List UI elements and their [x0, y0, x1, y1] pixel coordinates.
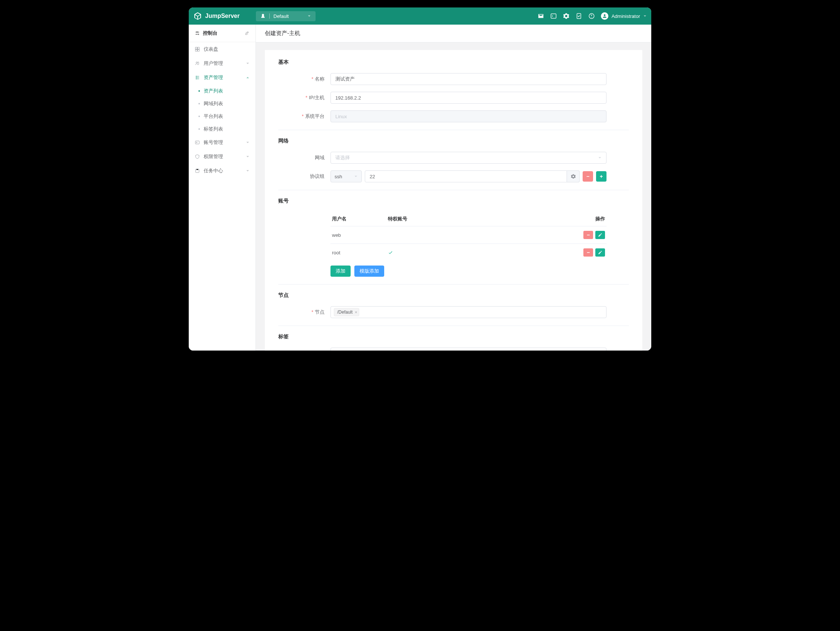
svg-rect-6: [198, 50, 199, 52]
tasks-icon: [195, 168, 200, 174]
protocol-settings-button[interactable]: [567, 170, 579, 182]
ip-input[interactable]: [330, 92, 606, 104]
sidebar: 控制台 仪表盘 用户管理 资产管理 资产列表 网域列表: [189, 25, 256, 350]
accounts-icon: [195, 140, 200, 145]
chevron-down-icon: [246, 155, 249, 158]
shield-icon: [195, 154, 200, 159]
label-protocol: 协议组: [278, 173, 330, 180]
domain-select[interactable]: 请选择: [330, 152, 606, 164]
clipboard-icon[interactable]: [576, 13, 582, 19]
svg-rect-3: [196, 47, 197, 49]
page-title: 创建资产-主机: [256, 25, 651, 43]
label-domain: 网域: [278, 155, 330, 161]
account-row: web −: [330, 226, 606, 243]
users-icon: [195, 61, 200, 66]
port-input[interactable]: [365, 170, 567, 182]
section-account: 账号: [278, 198, 629, 204]
terminal-icon[interactable]: [550, 13, 557, 19]
section-node: 节点: [278, 292, 629, 299]
mail-icon[interactable]: [537, 13, 544, 19]
chevron-down-icon: [246, 140, 249, 144]
topbar: JumpServer Default Administrator: [189, 8, 651, 25]
add-account-button[interactable]: 添加: [330, 265, 351, 277]
sliders-icon: [195, 31, 200, 36]
topbar-actions: Administrator: [537, 12, 647, 20]
svg-rect-0: [551, 14, 556, 18]
name-input[interactable]: [330, 73, 606, 85]
logo-icon: [193, 11, 202, 21]
org-icon: [261, 13, 265, 19]
svg-rect-4: [198, 47, 199, 49]
edit-icon: [598, 233, 602, 237]
chevron-up-icon: [246, 76, 249, 79]
chevron-down-icon: [246, 62, 249, 65]
label-ip: *IP/主机: [278, 95, 330, 101]
node-input[interactable]: /Default ×: [330, 306, 606, 318]
svg-rect-5: [196, 50, 197, 52]
sidebar-sub-asset-list[interactable]: 资产列表: [189, 85, 256, 97]
section-network: 网络: [278, 137, 629, 144]
label-platform: *系统平台: [278, 113, 330, 120]
sidebar-item-tasks[interactable]: 任务中心: [189, 164, 256, 178]
svg-point-8: [196, 142, 197, 143]
label-tagmgmt: 标签管理: [278, 350, 330, 350]
protocol-remove-button[interactable]: −: [583, 171, 593, 181]
chevron-down-icon: [643, 14, 647, 18]
svg-rect-7: [196, 141, 199, 144]
console-header[interactable]: 控制台: [189, 25, 256, 42]
chevron-down-icon: [598, 156, 602, 159]
swap-icon[interactable]: [244, 31, 249, 36]
label-node: *节点: [278, 309, 330, 316]
sidebar-item-dashboard[interactable]: 仪表盘: [189, 42, 256, 56]
tag-remove-icon[interactable]: ×: [355, 310, 357, 314]
tag-select[interactable]: 请选择: [330, 347, 606, 350]
sidebar-item-users[interactable]: 用户管理: [189, 56, 256, 71]
org-label: Default: [273, 13, 289, 19]
account-remove-button[interactable]: −: [583, 231, 593, 239]
sidebar-item-perms[interactable]: 权限管理: [189, 150, 256, 164]
username: Administrator: [611, 13, 640, 19]
brand-text: JumpServer: [205, 13, 240, 19]
user-menu[interactable]: Administrator: [601, 12, 647, 20]
chevron-down-icon: [246, 169, 249, 173]
gear-icon: [571, 174, 576, 179]
settings-icon[interactable]: [563, 13, 570, 19]
edit-icon: [598, 250, 602, 255]
help-icon[interactable]: [588, 13, 595, 19]
logo: JumpServer: [193, 11, 256, 21]
protocol-add-button[interactable]: +: [596, 171, 606, 181]
protocol-select[interactable]: ssh: [330, 170, 362, 182]
account-edit-button[interactable]: [595, 248, 605, 257]
sidebar-sub-domain-list[interactable]: 网域列表: [189, 97, 256, 110]
sidebar-sub-platform-list[interactable]: 平台列表: [189, 110, 256, 123]
org-selector[interactable]: Default: [256, 11, 316, 21]
section-tag: 标签: [278, 333, 629, 340]
check-icon: [388, 250, 393, 255]
template-add-button[interactable]: 模版添加: [354, 265, 384, 277]
platform-input: [330, 110, 606, 122]
account-edit-button[interactable]: [595, 231, 605, 239]
avatar: [601, 12, 608, 20]
chevron-down-icon: [307, 14, 311, 18]
dashboard-icon: [195, 47, 200, 52]
account-remove-button[interactable]: −: [583, 248, 593, 257]
account-table-header: 用户名 特权账号 操作: [330, 212, 606, 226]
section-basic: 基本: [278, 59, 629, 66]
sidebar-item-assets[interactable]: 资产管理: [189, 71, 256, 85]
chevron-down-icon: [354, 175, 358, 178]
account-row: root −: [330, 243, 606, 261]
sidebar-item-accounts[interactable]: 账号管理: [189, 136, 256, 150]
label-name: *名称: [278, 76, 330, 82]
assets-icon: [195, 75, 200, 80]
node-tag: /Default ×: [334, 308, 359, 316]
main-content: 创建资产-主机 基本 *名称 *IP/主机 *系统平台: [256, 25, 651, 350]
sidebar-sub-tag-list[interactable]: 标签列表: [189, 123, 256, 136]
